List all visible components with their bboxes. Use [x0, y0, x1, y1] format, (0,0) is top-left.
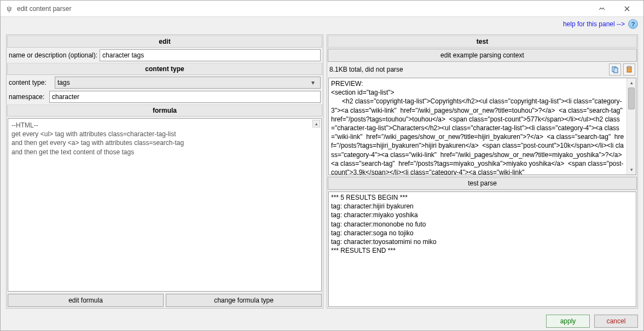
edit-example-context-button[interactable]: edit example parsing context — [328, 49, 637, 62]
parse-status: 8.1KB total, did not parse — [329, 66, 607, 73]
status-row: 8.1KB total, did not parse — [327, 62, 637, 77]
main-content: edit name or description (optional): con… — [1, 31, 643, 312]
paste-icon — [625, 66, 633, 73]
cancel-button[interactable]: cancel — [594, 315, 638, 328]
help-link[interactable]: help for this panel --> — [563, 20, 625, 28]
copy-icon — [611, 66, 619, 73]
footer: apply cancel — [1, 312, 643, 330]
test-parse-button[interactable]: test parse — [328, 177, 637, 190]
formula-display[interactable]: ▴ --HTML-- get every <ul> tag with attri… — [8, 118, 322, 292]
edit-formula-button[interactable]: edit formula — [8, 294, 164, 307]
copy-button[interactable] — [609, 63, 621, 76]
formula-buttons: edit formula change formula type — [7, 293, 323, 308]
restore-button[interactable] — [590, 1, 614, 16]
test-panel: test edit example parsing context 8.1KB … — [327, 34, 638, 309]
preview-content: PREVIEW: <section id="tag-list"> <h2 cla… — [329, 78, 626, 175]
svg-rect-3 — [628, 66, 630, 68]
content-type-value: tags — [57, 79, 308, 86]
paste-button[interactable] — [623, 63, 635, 76]
scroll-up-icon[interactable]: ▴ — [312, 120, 320, 127]
titlebar: ψ edit content parser — [1, 1, 643, 17]
window-root: ψ edit content parser help for this pane… — [0, 0, 644, 331]
name-input[interactable] — [100, 49, 321, 61]
scroll-track[interactable] — [627, 88, 636, 165]
close-button[interactable] — [615, 1, 639, 16]
edit-header: edit — [7, 36, 322, 48]
restore-icon — [599, 5, 605, 12]
app-icon: ψ — [5, 4, 14, 13]
edit-panel: edit name or description (optional): con… — [6, 34, 323, 309]
formula-line: and then get every <a> tag with attribut… — [11, 138, 318, 147]
chevron-down-icon: ▾ — [308, 79, 318, 86]
window-controls — [590, 1, 639, 16]
namespace-input[interactable] — [49, 91, 321, 103]
content-type-select[interactable]: tags ▾ — [55, 77, 321, 89]
help-icon[interactable]: ? — [628, 19, 638, 29]
test-header: test — [328, 36, 637, 48]
scroll-up-icon[interactable]: ▴ — [627, 78, 636, 88]
content-type-row: content type: tags ▾ — [7, 76, 323, 90]
preview-textbox[interactable]: PREVIEW: <section id="tag-list"> <h2 cla… — [328, 78, 636, 175]
close-icon — [624, 5, 630, 12]
content-type-header: content type — [7, 63, 322, 75]
name-label: name or description (optional): — [9, 51, 97, 59]
svg-rect-1 — [614, 68, 618, 73]
formula-line: --HTML-- — [11, 121, 318, 130]
preview-scrollbar[interactable]: ▴ ▾ — [626, 78, 636, 175]
results-content: *** 5 RESULTS BEGIN *** tag: character:h… — [329, 192, 636, 306]
name-row: name or description (optional): — [7, 48, 323, 62]
formula-header: formula — [7, 104, 322, 117]
content-type-label: content type: — [9, 79, 53, 86]
scroll-thumb[interactable] — [628, 88, 635, 109]
formula-line: and then get the text content of those t… — [11, 148, 318, 156]
formula-line: get every <ul> tag with attributes class… — [11, 130, 318, 138]
namespace-row: namespace: — [7, 90, 323, 104]
help-bar: help for this panel --> ? — [1, 17, 643, 31]
change-formula-type-button[interactable]: change formula type — [166, 294, 322, 307]
results-textbox[interactable]: *** 5 RESULTS BEGIN *** tag: character:h… — [328, 191, 636, 307]
namespace-label: namespace: — [9, 93, 47, 101]
scroll-down-icon[interactable]: ▾ — [627, 165, 636, 175]
apply-button[interactable]: apply — [546, 315, 590, 328]
window-title: edit content parser — [17, 5, 590, 13]
